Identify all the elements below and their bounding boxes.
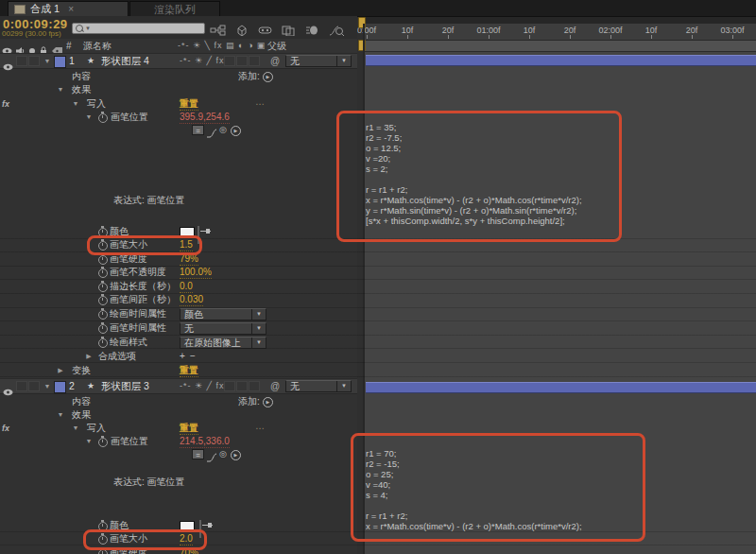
search-input[interactable]: ▼ <box>72 23 205 34</box>
shy-layers-icon[interactable] <box>258 25 272 36</box>
eye-icon[interactable] <box>3 383 13 400</box>
write-on-effect-label[interactable]: 写入 <box>87 422 106 435</box>
brush-opacity-label[interactable]: 画笔不透明度 <box>110 266 166 279</box>
paint-style-label[interactable]: 绘画样式 <box>110 336 147 349</box>
column-hash[interactable]: # <box>66 39 72 53</box>
twirl-closed-icon[interactable]: ▶ <box>57 364 64 377</box>
switch-cell[interactable] <box>249 381 260 391</box>
stopwatch-icon[interactable] <box>98 283 108 292</box>
reset-link[interactable]: 重置 <box>180 364 198 377</box>
stopwatch-icon[interactable] <box>98 255 108 265</box>
contents-group-label[interactable]: 内容 <box>72 395 91 408</box>
write-on-effect-label[interactable]: 写入 <box>87 97 106 111</box>
switch-cell[interactable] <box>236 381 248 391</box>
twirl-open-icon[interactable]: ▼ <box>43 380 51 393</box>
column-parent[interactable]: 父级 <box>267 39 286 53</box>
add-menu-icon[interactable]: ▶ <box>263 397 273 407</box>
expression-enable-button[interactable]: = <box>192 449 204 459</box>
stopwatch-icon[interactable] <box>98 338 108 348</box>
switch-cell[interactable] <box>236 56 248 66</box>
brush-time-props-label[interactable]: 画笔时间属性 <box>110 321 166 335</box>
solo-cell[interactable] <box>28 56 40 66</box>
audio-cell[interactable] <box>16 56 27 66</box>
layer-name[interactable]: 形状图层 3 <box>101 378 149 394</box>
composite-add-icon[interactable]: + <box>180 350 185 363</box>
expression-pickwhip-icon[interactable]: ▶ <box>231 126 241 136</box>
paint-style-dropdown[interactable]: 在原始图像上 ▼ <box>180 337 266 349</box>
expression-language-icon[interactable]: ◎ <box>219 449 227 459</box>
motion-blur-icon[interactable] <box>305 25 319 36</box>
stopwatch-icon[interactable] <box>98 113 108 123</box>
paint-time-dropdown[interactable]: 颜色 ▼ <box>180 308 266 320</box>
chevron-down-icon: ▼ <box>336 381 351 391</box>
effects-group-label[interactable]: 效果 <box>72 83 91 96</box>
stopwatch-icon[interactable] <box>98 438 108 447</box>
brush-opacity-value[interactable]: 100.0% <box>180 266 212 279</box>
comp-flowchart-icon[interactable] <box>210 25 226 36</box>
stroke-length-value[interactable]: 0.0 <box>180 280 193 293</box>
brush-time-dropdown[interactable]: 无 ▼ <box>180 322 266 335</box>
draft-3d-icon[interactable] <box>235 25 249 36</box>
tab-render-queue[interactable]: 渲染队列 <box>129 1 220 17</box>
layer-color-swatch[interactable] <box>54 381 66 393</box>
tab-composition[interactable]: 合成 1 × <box>8 1 129 16</box>
stopwatch-icon[interactable] <box>98 296 108 305</box>
twirl-open-icon[interactable]: ▼ <box>85 111 93 124</box>
layer-duration-bar[interactable] <box>366 382 756 393</box>
search-caret-icon[interactable]: ▼ <box>85 26 91 31</box>
parent-dropdown[interactable]: 无 ▼ <box>285 55 352 67</box>
options-ellipsis[interactable]: … <box>255 420 265 433</box>
stopwatch-icon[interactable] <box>98 310 108 320</box>
brush-position-value[interactable]: 214.5,336.0 <box>180 435 230 448</box>
solo-cell[interactable] <box>28 381 40 391</box>
twirl-open-icon[interactable]: ▼ <box>57 83 64 96</box>
add-menu-icon[interactable]: ▶ <box>263 72 273 82</box>
stroke-length-label[interactable]: 描边长度（秒） <box>110 280 176 293</box>
parent-pickwhip-icon[interactable]: @ <box>270 378 280 394</box>
frame-blend-icon[interactable] <box>282 25 296 36</box>
switch-cell[interactable] <box>224 381 235 391</box>
stopwatch-icon[interactable] <box>98 268 108 278</box>
transform-group-label[interactable]: 变换 <box>72 364 91 377</box>
layer-switches-icons[interactable]: -*- ☀ ╱ fx <box>180 379 225 393</box>
stopwatch-icon[interactable] <box>98 324 108 334</box>
brush-position-value[interactable]: 395.9,254.6 <box>180 111 230 124</box>
contents-group-label[interactable]: 内容 <box>72 70 91 83</box>
expression-pickwhip-icon[interactable]: ▶ <box>231 450 241 460</box>
tab-close-icon[interactable]: × <box>68 4 74 14</box>
expression-graph-icon[interactable] <box>206 449 217 466</box>
expression-language-icon[interactable]: ◎ <box>219 125 227 135</box>
reset-link[interactable]: 重置 <box>180 97 198 111</box>
layer-duration-bar[interactable] <box>366 55 756 66</box>
switch-cell[interactable] <box>249 56 260 66</box>
brush-position-label[interactable]: 画笔位置 <box>111 435 148 448</box>
reset-link[interactable]: 重置 <box>180 422 198 435</box>
brush-spacing-label[interactable]: 画笔间距（秒） <box>110 293 176 306</box>
options-ellipsis[interactable]: … <box>255 95 265 109</box>
twirl-open-icon[interactable]: ▼ <box>72 422 79 435</box>
composite-remove-icon[interactable]: − <box>190 350 196 363</box>
brush-position-label[interactable]: 画笔位置 <box>111 111 148 124</box>
work-area-bar[interactable] <box>365 40 756 52</box>
twirl-open-icon[interactable]: ▼ <box>72 97 79 111</box>
switch-cell[interactable] <box>224 56 235 66</box>
parent-pickwhip-icon[interactable]: @ <box>270 53 280 69</box>
twirl-closed-icon[interactable]: ▶ <box>85 350 93 363</box>
brush-spacing-value[interactable]: 0.030 <box>180 293 203 306</box>
layer-switches-icons[interactable]: -*- ☀ ╱ fx <box>180 54 225 68</box>
twirl-open-icon[interactable]: ▼ <box>43 55 51 68</box>
eye-icon[interactable] <box>3 58 13 75</box>
twirl-open-icon[interactable]: ▼ <box>85 435 93 448</box>
layer-name[interactable]: 形状图层 4 <box>101 53 149 69</box>
expression-enable-button[interactable]: = <box>192 125 204 135</box>
paint-time-props-label[interactable]: 绘画时间属性 <box>110 307 166 320</box>
layer-color-swatch[interactable] <box>54 56 66 68</box>
composite-options-label[interactable]: 合成选项 <box>98 350 136 363</box>
graph-editor-icon[interactable] <box>329 25 345 37</box>
twirl-open-icon[interactable]: ▼ <box>57 408 64 422</box>
audio-cell[interactable] <box>16 381 27 391</box>
effects-group-label[interactable]: 效果 <box>72 408 91 422</box>
expression-graph-icon[interactable] <box>206 125 217 142</box>
parent-dropdown[interactable]: 无 ▼ <box>285 380 352 392</box>
column-source-name[interactable]: 源名称 <box>83 39 112 53</box>
